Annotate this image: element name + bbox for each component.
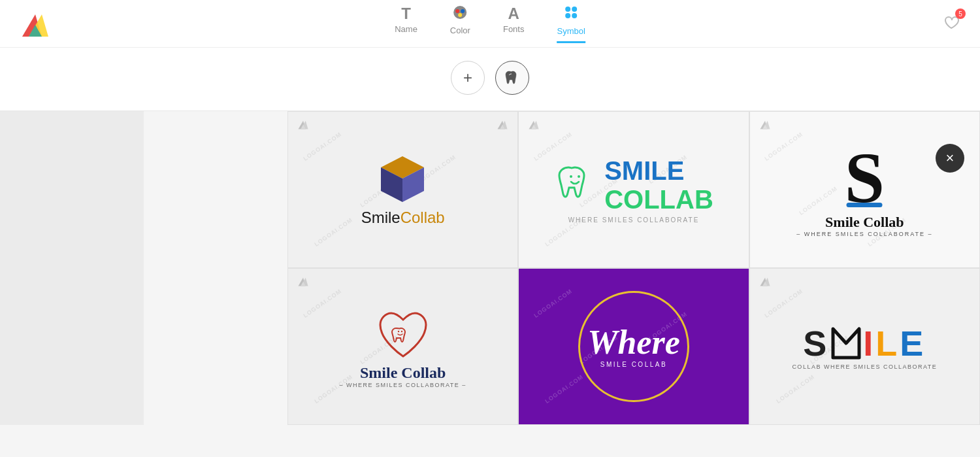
logo6-inner: S I L E COLLAB WHERE SMILES COLLABORATE <box>792 323 937 370</box>
nav-symbol-label: Symbol <box>557 26 585 36</box>
box-icon <box>375 153 431 209</box>
logo2-tagline: WHERE SMILES COLLABORATE <box>568 216 700 224</box>
logo-grid: LOGOAI.COM LOGOAI.COM LOGOAI.COM LOGOAI.… <box>287 111 980 425</box>
svg-point-8 <box>458 13 462 17</box>
close-button[interactable]: × <box>936 144 964 173</box>
svg-point-33 <box>397 330 399 331</box>
svg-point-9 <box>565 7 570 12</box>
svg-point-26 <box>578 175 580 178</box>
add-symbol-button[interactable]: + <box>451 61 485 95</box>
nav-name[interactable]: T Name <box>395 6 417 41</box>
logo-item-3[interactable]: LOGOAI.COM LOGOAI.COM LOGOAI.COM S Smile… <box>749 111 980 268</box>
symbol-toolbar: + <box>0 48 980 111</box>
nav-fonts[interactable]: A Fonts <box>503 6 525 41</box>
logo6-smile-text: S I L E <box>803 323 926 364</box>
favorites-badge: 5 <box>955 8 966 19</box>
logo4-tagline: – WHERE SMILES COLLABORATE – <box>339 382 466 388</box>
logo5-circle: Where SMILE COLLAB <box>578 291 689 402</box>
logo3-inner: S Smile Collab – WHERE SMILES COLLABORAT… <box>796 142 932 237</box>
logo5-tagline: SMILE COLLAB <box>600 361 667 368</box>
logo4-inner: Smile Collab – WHERE SMILES COLLABORATE … <box>339 305 466 388</box>
logo6-m-icon <box>830 324 862 363</box>
logo2-collab: COLLAB <box>604 185 713 214</box>
svg-point-6 <box>455 9 459 13</box>
svg-point-12 <box>572 13 577 18</box>
logo1-inner: SmileCollab <box>361 153 445 227</box>
main-nav: T Name Color A Fonts Symbol <box>395 4 585 43</box>
nav-fonts-label: Fonts <box>503 24 525 34</box>
logo4-name: Smile Collab <box>360 364 446 382</box>
logo-item-1[interactable]: LOGOAI.COM LOGOAI.COM LOGOAI.COM LOGOAI.… <box>287 111 518 268</box>
svg-point-7 <box>461 9 465 13</box>
logo-item-2[interactable]: LOGOAI.COM LOGOAI.COM LOGOAI.COM LOGOAI.… <box>518 111 749 268</box>
close-icon: × <box>946 151 955 165</box>
tooth-symbol-button[interactable] <box>495 61 529 95</box>
nav-symbol[interactable]: Symbol <box>557 4 585 43</box>
name-icon: T <box>401 6 411 22</box>
favorites-button[interactable]: 5 <box>942 12 960 35</box>
nav-name-label: Name <box>395 24 417 34</box>
fonts-icon: A <box>508 6 519 22</box>
logo2-smile: SMILE <box>604 156 713 185</box>
svg-point-34 <box>400 330 402 331</box>
logo-item-5[interactable]: LOGOAI.COM LOGOAI.COM LOGOAI.COM LOGOAI.… <box>518 268 749 425</box>
logo-item-4[interactable]: LOGOAI.COM LOGOAI.COM LOGOAI.COM <box>287 268 518 425</box>
plus-icon: + <box>463 69 472 87</box>
logo2-inner: SMILE COLLAB WHERE SMILES COLLABORATE <box>554 156 713 224</box>
header: T Name Color A Fonts Symbol <box>0 0 980 48</box>
logo5-inner: Where SMILE COLLAB <box>578 291 689 402</box>
logo3-tagline: – WHERE SMILES COLLABORATE – <box>796 231 932 237</box>
logo-item-6[interactable]: LOGOAI.COM LOGOAI.COM LOGOAI.COM S I <box>749 268 980 425</box>
color-icon <box>452 5 468 23</box>
logo6-tagline: COLLAB WHERE SMILES COLLABORATE <box>792 364 937 370</box>
svg-point-10 <box>572 7 577 12</box>
svg-point-11 <box>565 13 570 18</box>
nav-color-label: Color <box>450 25 470 35</box>
header-right: 5 <box>942 12 960 35</box>
tooth-logo-icon <box>554 162 596 208</box>
tooth-icon <box>503 69 521 87</box>
svg-marker-38 <box>833 329 859 358</box>
main-content: LOGOAI.COM LOGOAI.COM LOGOAI.COM LOGOAI.… <box>0 111 980 425</box>
logo1-text: SmileCollab <box>361 209 445 227</box>
svg-point-25 <box>570 175 572 178</box>
symbol-icon <box>563 4 580 24</box>
nav-color[interactable]: Color <box>450 5 470 42</box>
layout: LOGOAI.COM LOGOAI.COM LOGOAI.COM LOGOAI.… <box>0 111 980 425</box>
sidebar-left <box>0 111 144 425</box>
logo5-where: Where <box>587 326 680 360</box>
heart-tooth-icon <box>374 305 433 364</box>
logo[interactable] <box>20 8 51 39</box>
